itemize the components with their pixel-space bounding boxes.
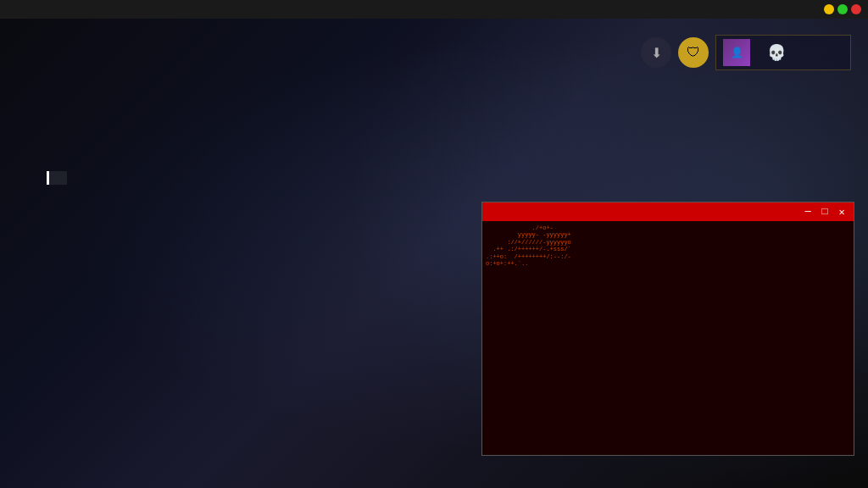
download-button[interactable]: ⬇	[641, 37, 671, 68]
user-area: ⬇ 🛡 👤 💀	[641, 35, 851, 70]
nav-options-career[interactable]	[47, 171, 67, 185]
terminal-body: ./+o+- yyyyy- -yyyyyy+ ://+//////-yyyyyy…	[482, 221, 854, 455]
terminal-minimize[interactable]: —	[801, 206, 815, 219]
skull-icon: 💀	[767, 43, 786, 62]
minimize-button[interactable]	[824, 4, 834, 14]
rank-button[interactable]: 🛡	[678, 37, 709, 68]
terminal-close[interactable]: ✕	[835, 206, 849, 219]
avatar: 👤	[723, 39, 750, 66]
user-card[interactable]: 👤 💀	[715, 35, 851, 70]
terminal-controls[interactable]: — □ ✕	[801, 206, 849, 219]
terminal-titlebar: — □ ✕	[482, 202, 854, 221]
avatar-icon: 👤	[731, 47, 743, 58]
nav-multiplayer[interactable]	[47, 130, 67, 144]
window-titlebar	[0, 0, 868, 19]
titlebar-controls[interactable]	[824, 4, 861, 14]
terminal-window[interactable]: — □ ✕ ./+o+- yyyyy- -yyyyyy+ ://+//////-…	[481, 202, 854, 456]
terminal-maximize[interactable]: □	[818, 206, 832, 219]
terminal-ascii: ./+o+- yyyyy- -yyyyyy+ ://+//////-yyyyyy…	[486, 225, 571, 452]
nav-quit[interactable]	[47, 191, 67, 205]
header: ⬇ 🛡 👤 💀	[0, 19, 868, 86]
main-nav	[47, 110, 67, 205]
close-button[interactable]	[851, 4, 861, 14]
nav-firefight[interactable]	[47, 151, 67, 164]
maximize-button[interactable]	[837, 4, 848, 14]
nav-campaigns[interactable]	[47, 110, 67, 124]
